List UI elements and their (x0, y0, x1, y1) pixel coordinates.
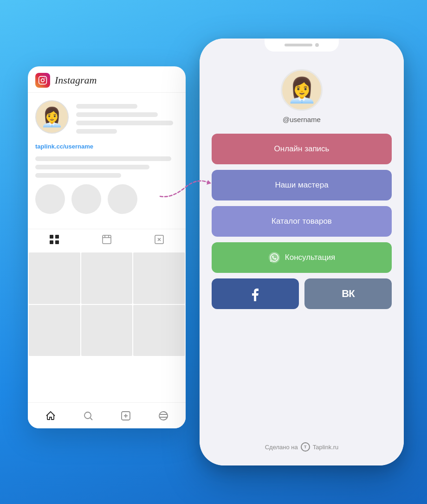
vkontakte-button[interactable]: ВК (304, 278, 392, 309)
ig-grid-cell-2 (81, 252, 133, 304)
online-booking-button[interactable]: Онлайн запись (212, 134, 392, 164)
phone-screen: 👩‍💼 @username Онлайн запись Наши мастера… (200, 39, 404, 465)
ig-story-3 (108, 184, 137, 214)
ig-grid-cell-1 (29, 252, 80, 304)
svg-rect-3 (50, 235, 53, 239)
phone-camera (315, 43, 319, 47)
svg-point-2 (45, 78, 45, 78)
consultation-label: Консультация (285, 253, 335, 262)
profile-username: @username (283, 116, 321, 123)
consultation-button[interactable]: Консультация (212, 242, 392, 273)
phone-outer: 👩‍💼 @username Онлайн запись Наши мастера… (200, 39, 404, 465)
ig-grid-cell-6 (133, 305, 185, 356)
phone-speaker (285, 44, 312, 46)
svg-line-13 (90, 418, 92, 420)
ig-tab-tagged[interactable] (133, 229, 186, 250)
catalog-button[interactable]: Каталог товаров (212, 206, 392, 237)
svg-rect-5 (50, 240, 53, 244)
ig-desc-3 (35, 173, 121, 178)
footer-brand: Taplink.ru (313, 444, 339, 451)
ig-profile-section: 👩‍💼 taplink.cc/username (28, 93, 186, 229)
svg-point-1 (41, 79, 45, 82)
taplink-buttons: Онлайн запись Наши мастера Каталог товар… (212, 134, 392, 309)
ig-story-2 (71, 184, 101, 214)
svg-rect-7 (103, 235, 111, 244)
facebook-icon (248, 286, 263, 301)
vk-label: ВК (342, 288, 354, 300)
ig-profile-link[interactable]: taplink.cc/username (35, 143, 178, 150)
ig-logo-icon (35, 73, 50, 88)
our-masters-label: Наши мастера (275, 181, 328, 190)
svg-rect-0 (39, 77, 47, 84)
ig-story-circles (35, 184, 178, 214)
footer-prefix: Сделано на (265, 444, 298, 451)
ig-desc-lines (35, 156, 178, 178)
phone-notch (265, 39, 339, 52)
ig-profile-row: 👩‍💼 (35, 100, 178, 137)
ig-avatar: 👩‍💼 (35, 100, 69, 134)
ig-tabs (28, 229, 186, 250)
ig-grid (28, 252, 186, 357)
facebook-button[interactable] (212, 278, 299, 309)
ig-story-1 (35, 184, 65, 214)
catalog-label: Каталог товаров (272, 217, 332, 226)
profile-avatar: 👩‍💼 (281, 69, 323, 111)
online-booking-label: Онлайн запись (274, 144, 330, 154)
social-buttons-row: ВК (212, 278, 392, 309)
ig-grid-cell-4 (29, 305, 80, 356)
ig-desc-2 (35, 165, 149, 169)
ig-nav-search[interactable] (82, 409, 95, 422)
profile-avatar-wrap: 👩‍💼 (281, 69, 323, 111)
arrow-container (158, 173, 214, 201)
ig-nav-add[interactable] (119, 409, 132, 422)
svg-point-12 (84, 412, 91, 419)
our-masters-button[interactable]: Наши мастера (212, 170, 392, 200)
ig-line-4 (76, 129, 117, 134)
svg-rect-4 (55, 235, 59, 239)
svg-rect-6 (55, 240, 59, 244)
whatsapp-icon (268, 252, 280, 264)
ig-tab-reels[interactable] (80, 229, 133, 250)
instagram-mock: Instagram 👩‍💼 taplink.cc/username (28, 66, 186, 428)
ig-line-3 (76, 121, 173, 125)
ig-line-1 (76, 104, 137, 109)
ig-grid-cell-3 (133, 252, 185, 304)
scene: Instagram 👩‍💼 taplink.cc/username (23, 29, 404, 475)
ig-profile-lines (76, 100, 178, 137)
ig-grid-cell-5 (81, 305, 133, 356)
ig-line-2 (76, 112, 158, 117)
ig-nav-menu[interactable] (157, 409, 170, 422)
ig-bottom-nav (28, 402, 186, 428)
taplink-logo-icon: T (301, 442, 310, 452)
taplink-phone: 👩‍💼 @username Онлайн запись Наши мастера… (200, 39, 404, 465)
ig-nav-home[interactable] (44, 409, 57, 422)
ig-title: Instagram (55, 74, 97, 86)
ig-tab-grid[interactable] (28, 229, 80, 250)
taplink-footer: Сделано на T Taplink.ru (265, 435, 339, 452)
svg-marker-20 (207, 180, 211, 185)
ig-header: Instagram (28, 66, 186, 93)
ig-desc-1 (35, 156, 171, 161)
